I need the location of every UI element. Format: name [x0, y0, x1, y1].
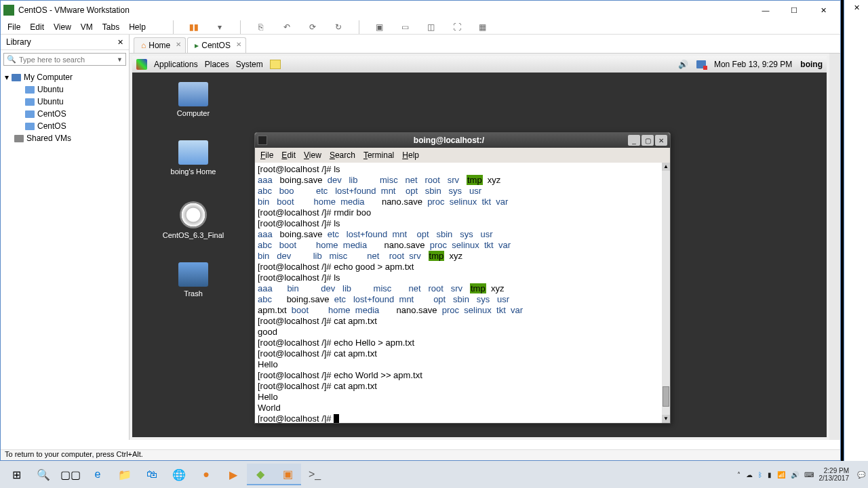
tab-home[interactable]: ⌂Home✕ [134, 37, 186, 53]
panel-system[interactable]: System [236, 60, 263, 69]
main-area: ⌂Home✕ ▸CentOS✕ Applications Places Syst… [130, 35, 840, 440]
term-max-button[interactable]: ▢ [642, 135, 654, 146]
term-menu-view[interactable]: View [304, 150, 321, 160]
system-tray: ˄ ☁ ᛒ ▮ 📶 🔊 ⌨ 2:29 PM 2/13/2017 💬 [737, 467, 866, 482]
revert-button[interactable]: ↶ [279, 19, 295, 35]
vm-icon [25, 110, 35, 118]
taskbar-vmware[interactable]: ▣ [274, 464, 301, 485]
taskbar-app-orange[interactable]: ● [193, 464, 220, 485]
home-icon: ⌂ [141, 41, 146, 50]
sticky-note-icon[interactable] [270, 60, 281, 69]
taskbar-store[interactable]: 🛍 [138, 464, 165, 485]
pause-button[interactable]: ▮▮ [186, 19, 202, 35]
tray-onedrive-icon[interactable]: ☁ [746, 471, 753, 479]
bg-close-button[interactable]: ✕ [844, 0, 868, 15]
terminal-titlebar[interactable]: boing@localhost:/ _ ▢ ✕ [255, 133, 670, 148]
tray-battery-icon[interactable]: ▮ [768, 471, 772, 479]
desktop-area[interactable]: Computer boing's Home CentOS_6.3_Final T… [132, 73, 827, 437]
unity-button[interactable]: ▭ [397, 19, 414, 35]
search-icon: 🔍 [7, 55, 16, 64]
terminal-icon [258, 136, 267, 145]
tree-item-ubuntu-2[interactable]: Ubuntu [5, 96, 125, 108]
tab-close-icon[interactable]: ✕ [176, 41, 181, 48]
stretch-button[interactable]: ⛶ [449, 19, 465, 35]
term-close-button[interactable]: ✕ [655, 135, 667, 146]
search-dropdown-icon[interactable]: ▼ [117, 56, 123, 63]
term-menu-help[interactable]: Help [402, 150, 419, 160]
desktop-disc[interactable]: CentOS_6.3_Final [159, 201, 227, 239]
menu-vm[interactable]: VM [81, 22, 93, 32]
desktop-home[interactable]: boing's Home [159, 140, 227, 176]
library-panel: Library ✕ 🔍 ▼ ▾My Computer Ubuntu Ubuntu… [1, 35, 130, 440]
tray-lang-icon[interactable]: ⌨ [804, 471, 814, 479]
terminal-window: boing@localhost:/ _ ▢ ✕ File Edit View S… [254, 132, 671, 424]
library-close-button[interactable]: ✕ [117, 38, 123, 47]
desktop-trash[interactable]: Trash [159, 262, 227, 298]
vmware-menubar: File Edit View VM Tabs Help ▮▮ ▾ ⎘ ↶ ⟳ ↻… [1, 20, 840, 35]
tray-up-icon[interactable]: ˄ [737, 471, 741, 479]
tree-item-centos-2[interactable]: CentOS [5, 120, 125, 132]
minimize-button[interactable]: — [752, 3, 779, 17]
taskbar-search[interactable]: 🔍 [30, 464, 57, 485]
computer-icon [178, 82, 208, 106]
power-dropdown[interactable]: ▾ [212, 19, 228, 35]
volume-icon[interactable]: 🔊 [678, 60, 688, 69]
start-button[interactable]: ⊞ [3, 464, 30, 485]
guest-scrollbar[interactable] [829, 54, 840, 440]
terminal-cursor [334, 414, 339, 423]
taskbar-clock[interactable]: 2:29 PM 2/13/2017 [819, 467, 852, 482]
scroll-thumb[interactable] [663, 386, 669, 407]
taskbar-explorer[interactable]: 📁 [111, 464, 138, 485]
term-menu-search[interactable]: Search [330, 150, 355, 160]
panel-user[interactable]: boing [800, 60, 823, 69]
taskbar-terminal[interactable]: >_ [301, 464, 328, 485]
fullscreen-button[interactable]: ▣ [372, 19, 388, 35]
term-menu-terminal[interactable]: Terminal [363, 150, 394, 160]
term-menu-file[interactable]: File [260, 150, 273, 160]
taskbar-media[interactable]: ▶ [220, 464, 247, 485]
menu-view[interactable]: View [54, 22, 71, 32]
terminal-title: boing@localhost:/ [271, 136, 627, 145]
taskbar-edge[interactable]: e [84, 464, 111, 485]
thumbnail-button[interactable]: ▦ [475, 19, 491, 35]
panel-clock[interactable]: Mon Feb 13, 9:29 PM [714, 60, 792, 69]
console-button[interactable]: ◫ [423, 19, 439, 35]
network-icon[interactable] [696, 60, 706, 68]
tray-bluetooth-icon[interactable]: ᛒ [758, 471, 762, 479]
guest-desktop[interactable]: Applications Places System 🔊 Mon Feb 13,… [132, 56, 827, 437]
maximize-button[interactable]: ☐ [781, 3, 808, 17]
tree-item-shared[interactable]: Shared VMs [5, 132, 125, 144]
menu-file[interactable]: File [7, 22, 20, 32]
task-view-button[interactable]: ▢▢ [57, 464, 84, 485]
panel-places[interactable]: Places [205, 60, 229, 69]
menu-edit[interactable]: Edit [30, 22, 44, 32]
snapshot-button[interactable]: ⎘ [253, 19, 269, 35]
taskbar-camtasia[interactable]: ◆ [247, 464, 274, 485]
terminal-body[interactable]: [root@localhost /]# ls aaa boing.save de… [255, 163, 670, 423]
menu-help[interactable]: Help [129, 22, 146, 32]
library-search[interactable]: 🔍 ▼ [3, 53, 126, 66]
tree-item-centos-1[interactable]: CentOS [5, 108, 125, 120]
scroll-down-icon[interactable]: ▼ [662, 415, 670, 423]
tab-bar: ⌂Home✕ ▸CentOS✕ [130, 35, 840, 54]
manage-button[interactable]: ⟳ [304, 19, 321, 35]
tab-centos[interactable]: ▸CentOS✕ [187, 37, 246, 53]
library-search-input[interactable] [19, 56, 117, 64]
shared-icon [14, 135, 24, 142]
snapshot-mgr-button[interactable]: ↻ [330, 19, 347, 35]
terminal-scrollbar[interactable]: ▲ ▼ [662, 163, 670, 423]
tray-notifications-icon[interactable]: 💬 [857, 471, 865, 479]
panel-applications[interactable]: Applications [154, 60, 198, 69]
tree-item-ubuntu-1[interactable]: Ubuntu [5, 83, 125, 96]
taskbar-chrome[interactable]: 🌐 [165, 464, 193, 485]
tray-wifi-icon[interactable]: 📶 [777, 471, 785, 479]
tab-close-icon[interactable]: ✕ [236, 41, 241, 48]
term-menu-edit[interactable]: Edit [281, 150, 296, 160]
desktop-computer[interactable]: Computer [159, 82, 227, 117]
tree-root[interactable]: ▾My Computer [5, 71, 125, 83]
scroll-up-icon[interactable]: ▲ [662, 163, 670, 171]
tray-volume-icon[interactable]: 🔊 [791, 471, 799, 479]
term-min-button[interactable]: _ [628, 135, 640, 146]
close-button[interactable]: ✕ [809, 3, 837, 17]
menu-tabs[interactable]: Tabs [102, 22, 119, 32]
